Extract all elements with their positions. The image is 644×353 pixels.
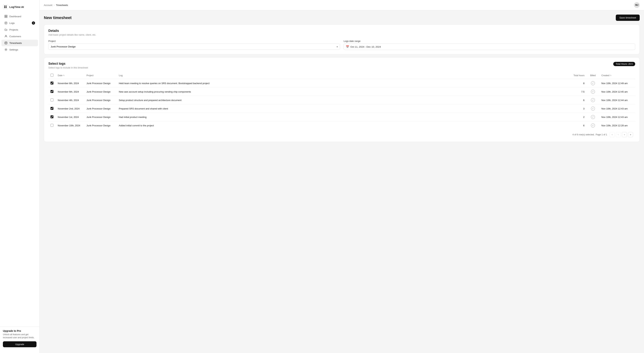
breadcrumb-parent[interactable]: Account xyxy=(44,4,52,6)
row-checkbox[interactable] xyxy=(50,90,54,93)
sidebar-item-label: Timesheets xyxy=(9,42,22,44)
details-card: Details Add basic project details like n… xyxy=(44,24,640,54)
customers-icon xyxy=(4,35,8,38)
svg-rect-2 xyxy=(4,7,5,8)
billed-check-icon: ✓ xyxy=(591,81,595,85)
row-created: Nov 10th, 2024 12:45 am xyxy=(599,88,635,96)
row-checkbox-cell[interactable] xyxy=(48,113,56,121)
last-page-button[interactable]: » xyxy=(628,132,633,137)
first-page-button[interactable]: « xyxy=(610,132,615,137)
row-date: November 2nd, 2024 xyxy=(56,104,84,113)
created-sort-icon: ⇅ xyxy=(610,74,612,76)
logs-table-body: November 8th, 2024 Junk Processor Design… xyxy=(48,79,635,130)
row-checkbox-cell[interactable] xyxy=(48,79,56,88)
pagination-page-info: Page 1 of 1 xyxy=(596,133,607,136)
row-created: Nov 10th, 2024 12:28 am xyxy=(599,121,635,130)
row-log: Added initial commit to the project xyxy=(117,121,567,130)
sidebar-item-customers[interactable]: Customers xyxy=(2,33,38,40)
row-billed: ✓ xyxy=(587,88,599,96)
row-created: Nov 10th, 2024 12:43 am xyxy=(599,104,635,113)
th-date: Date ⇅ xyxy=(56,72,84,79)
upgrade-box: Upgrade to Pro Unlock all features and g… xyxy=(3,330,36,347)
date-range-label: Logs date range xyxy=(344,40,635,42)
th-billed: Billed xyxy=(587,72,599,79)
pagination: 4 of 6 row(s) selected. Page 1 of 1 « ‹ … xyxy=(48,130,635,138)
created-sort-button[interactable]: Created ⇅ xyxy=(602,74,612,77)
sidebar-item-logs[interactable]: Logs 6 xyxy=(2,20,38,26)
row-date: November 8th, 2024 xyxy=(56,79,84,88)
main-content: Account › Timesheets MJ New timesheet Sa… xyxy=(40,0,644,353)
row-checkbox-cell[interactable] xyxy=(48,121,56,130)
row-billed: ✓ xyxy=(587,113,599,121)
row-checkbox[interactable] xyxy=(50,124,54,127)
sidebar-item-projects[interactable]: Projects xyxy=(2,26,38,33)
sidebar-item-dashboard[interactable]: Dashboard xyxy=(2,13,38,20)
date-sort-icon: ⇅ xyxy=(63,74,64,76)
details-form-row: Project Junk Processor Design Logs date … xyxy=(48,40,635,50)
row-created: Nov 10th, 2024 12:43 am xyxy=(599,113,635,121)
row-project: Junk Processor Design xyxy=(84,121,117,130)
row-hours: 6 xyxy=(567,121,587,130)
row-project: Junk Processor Design xyxy=(84,113,117,121)
sidebar-item-settings[interactable]: Settings xyxy=(2,46,38,53)
table-row: November 4th, 2024 Junk Processor Design… xyxy=(48,96,635,104)
sidebar-item-timesheets[interactable]: Timesheets xyxy=(2,40,38,46)
logs-table-container: Date ⇅ Project Log Total hours Billed Cr… xyxy=(48,72,635,130)
svg-rect-7 xyxy=(6,16,7,18)
row-checkbox[interactable] xyxy=(50,107,54,110)
settings-icon xyxy=(4,48,8,51)
breadcrumb-separator: › xyxy=(54,4,54,6)
breadcrumb-current: Timesheets xyxy=(56,4,68,6)
row-hours: 2 xyxy=(567,113,587,121)
app-logo: LogTime AI xyxy=(0,3,39,13)
logo-icon xyxy=(3,4,8,9)
row-project: Junk Processor Design xyxy=(84,104,117,113)
select-logs-card: Select logs Select logs to include in th… xyxy=(44,57,640,142)
row-hours: 8 xyxy=(567,79,587,88)
projects-icon xyxy=(4,28,8,31)
select-all-checkbox[interactable] xyxy=(50,74,54,76)
row-date: November 6th, 2024 xyxy=(56,88,84,96)
row-hours: 7.5 xyxy=(567,88,587,96)
sidebar-item-label: Customers xyxy=(9,35,21,38)
row-checkbox[interactable] xyxy=(50,116,54,118)
billed-check-icon: ✓ xyxy=(591,98,595,102)
th-select-all[interactable] xyxy=(48,72,56,79)
sidebar-item-label: Logs xyxy=(9,22,14,24)
row-checkbox-cell[interactable] xyxy=(48,104,56,113)
save-timesheet-button[interactable]: Save timesheet xyxy=(616,14,640,21)
select-logs-subtitle: Select logs to include in this timesheet xyxy=(48,66,88,69)
row-project: Junk Processor Design xyxy=(84,79,117,88)
billed-check-icon: ✓ xyxy=(591,124,595,128)
row-billed: ✓ xyxy=(587,79,599,88)
next-page-button[interactable]: › xyxy=(622,132,627,137)
upgrade-button[interactable]: Upgrade xyxy=(3,341,36,347)
date-sort-button[interactable]: Date ⇅ xyxy=(58,74,64,77)
date-range-value: Oct 11, 2024 - Dec 10, 2024 xyxy=(350,46,381,48)
logs-table: Date ⇅ Project Log Total hours Billed Cr… xyxy=(48,72,635,130)
row-billed: ✓ xyxy=(587,96,599,104)
date-range-input[interactable]: 📅 Oct 11, 2024 - Dec 10, 2024 xyxy=(344,44,635,50)
select-logs-header: Select logs Select logs to include in th… xyxy=(48,62,635,69)
row-checkbox[interactable] xyxy=(50,98,54,101)
row-created: Nov 10th, 2024 12:44 am xyxy=(599,96,635,104)
svg-rect-13 xyxy=(5,42,7,44)
upgrade-section: Upgrade to Pro Unlock all features and g… xyxy=(0,326,39,350)
logs-badge: 6 xyxy=(32,22,35,24)
row-checkbox[interactable] xyxy=(50,82,54,84)
row-checkbox-cell[interactable] xyxy=(48,88,56,96)
timesheets-icon xyxy=(4,41,8,44)
row-log: Prepared SRS document and shared with cl… xyxy=(117,104,567,113)
table-row: November 6th, 2024 Junk Processor Design… xyxy=(48,88,635,96)
table-row: November 1st, 2024 Junk Processor Design… xyxy=(48,113,635,121)
prev-page-button[interactable]: ‹ xyxy=(616,132,621,137)
project-field-group: Project Junk Processor Design xyxy=(48,40,340,50)
details-title: Details xyxy=(48,29,635,33)
row-billed: ✓ xyxy=(587,121,599,130)
svg-rect-3 xyxy=(6,7,7,8)
select-logs-title: Select logs xyxy=(48,62,88,66)
upgrade-title: Upgrade to Pro xyxy=(3,330,36,332)
row-checkbox-cell[interactable] xyxy=(48,96,56,104)
project-select[interactable]: Junk Processor Design xyxy=(48,44,340,50)
svg-point-12 xyxy=(6,35,6,36)
